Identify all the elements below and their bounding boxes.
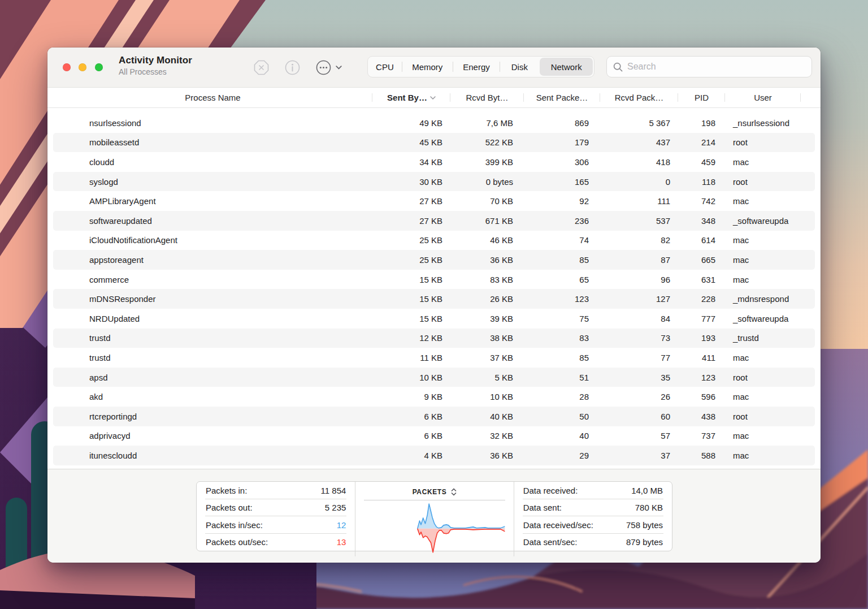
table-row[interactable]: mDNSResponder 15 KB 26 KB 123 127 228 _m… [53, 289, 815, 309]
table-row[interactable]: mobileassetd 45 KB 522 KB 179 437 214 ro… [53, 133, 815, 153]
column-header-sent-bytes[interactable]: Sent By… [372, 88, 450, 107]
search-input[interactable] [627, 62, 805, 72]
cell-sent-bytes: 6 KB [372, 412, 450, 421]
cell-rcvd-packets: 82 [600, 235, 678, 245]
cell-user: _mdnsrespond [725, 294, 815, 304]
table-row[interactable]: NRDUpdated 15 KB 39 KB 75 84 777 _softwa… [53, 309, 815, 329]
table-row[interactable]: rtcreportingd 6 KB 40 KB 50 60 438 root [53, 407, 815, 426]
zoom-button[interactable] [95, 63, 103, 71]
cell-sent-bytes: 11 KB [372, 353, 450, 362]
cell-user: _nsurlsessiond [725, 118, 815, 128]
cell-process-name: rtcreportingd [53, 412, 372, 421]
tab-energy[interactable]: Energy [453, 57, 500, 77]
tab-memory[interactable]: Memory [402, 57, 453, 77]
cell-rcvd-packets: 96 [600, 275, 678, 284]
stat-row: Data received/sec: 758 bytes [514, 516, 672, 534]
chart-metric-selector[interactable]: PACKETS [364, 486, 505, 498]
table-row[interactable]: akd 9 KB 10 KB 28 26 596 mac [53, 387, 815, 407]
cell-user: mac [725, 157, 815, 167]
table-row[interactable]: cloudd 34 KB 399 KB 306 418 459 mac [53, 152, 815, 172]
cell-rcvd-bytes: 32 KB [450, 431, 524, 440]
table-row[interactable]: trustd 11 KB 37 KB 85 77 411 mac [53, 348, 815, 368]
cell-rcvd-bytes: 0 bytes [450, 177, 524, 187]
cell-sent-bytes: 12 KB [372, 333, 450, 343]
table-row[interactable]: adprivacyd 6 KB 32 KB 40 57 737 mac [53, 426, 815, 446]
stat-label: Data received/sec: [523, 520, 593, 530]
cell-sent-packets: 123 [524, 294, 600, 304]
column-header-process-name[interactable]: Process Name [53, 88, 372, 107]
search-field [606, 56, 812, 77]
cell-sent-packets: 65 [524, 275, 600, 284]
table-row[interactable]: itunescloudd 4 KB 36 KB 29 37 588 mac [53, 446, 815, 465]
table-row[interactable]: appstoreagent 25 KB 36 KB 85 87 665 mac [53, 250, 815, 270]
cell-pid: 737 [678, 431, 725, 440]
cell-rcvd-packets: 0 [600, 177, 678, 187]
tab-cpu[interactable]: CPU [368, 57, 402, 77]
cell-pid: 588 [678, 451, 725, 460]
column-header-rcvd-bytes[interactable]: Rcvd Byt… [450, 88, 524, 107]
minimize-button[interactable] [79, 63, 86, 71]
cell-rcvd-packets: 418 [600, 157, 678, 167]
cell-process-name: nsurlsessiond [53, 118, 372, 128]
cell-sent-packets: 236 [524, 216, 600, 226]
cell-rcvd-packets: 87 [600, 255, 678, 265]
table-row[interactable]: iCloudNotificationAgent 25 KB 46 KB 74 8… [53, 231, 815, 250]
table-row[interactable]: softwareupdated 27 KB 671 KB 236 537 348… [53, 211, 815, 231]
cell-pid: 193 [678, 333, 725, 343]
more-options-button[interactable] [315, 59, 332, 76]
stat-value: 879 bytes [626, 537, 663, 547]
cell-rcvd-bytes: 83 KB [450, 275, 524, 284]
cell-rcvd-packets: 111 [600, 196, 678, 206]
cell-rcvd-packets: 60 [600, 412, 678, 421]
column-header-sent-packets[interactable]: Sent Packe… [524, 88, 600, 107]
data-stats: Data received: 14,0 MB Data sent: 780 KB… [514, 482, 672, 556]
cell-rcvd-bytes: 70 KB [450, 196, 524, 206]
cell-user: mac [725, 196, 815, 206]
quit-process-button[interactable] [253, 59, 270, 76]
table-row[interactable]: syslogd 30 KB 0 bytes 165 0 118 root [53, 172, 815, 192]
cell-process-name: appstoreagent [53, 255, 372, 265]
cell-rcvd-bytes: 522 KB [450, 137, 524, 147]
cell-sent-packets: 83 [524, 333, 600, 343]
cell-user: root [725, 412, 815, 421]
cell-sent-bytes: 15 KB [372, 275, 450, 284]
cell-pid: 438 [678, 412, 725, 421]
cell-user: mac [725, 431, 815, 440]
cell-rcvd-packets: 26 [600, 392, 678, 401]
table-row[interactable]: AMPLibraryAgent 27 KB 70 KB 92 111 742 m… [53, 191, 815, 211]
title-block: Activity Monitor All Processes [119, 55, 192, 76]
search-icon [613, 62, 623, 72]
stat-row: Data received: 14,0 MB [514, 482, 672, 499]
cell-sent-packets: 51 [524, 373, 600, 382]
cell-sent-bytes: 30 KB [372, 177, 450, 187]
column-header-rcvd-packets[interactable]: Rcvd Pack… [600, 88, 678, 107]
cell-rcvd-packets: 537 [600, 216, 678, 226]
chart-title: PACKETS [413, 488, 447, 496]
column-header-user[interactable]: User [725, 88, 801, 107]
cell-process-name: iCloudNotificationAgent [53, 235, 372, 245]
inspect-process-button[interactable] [284, 59, 301, 76]
cell-pid: 198 [678, 118, 725, 128]
tab-disk[interactable]: Disk [500, 57, 539, 77]
tab-network[interactable]: Network [540, 58, 593, 76]
table-row[interactable]: trustd 12 KB 38 KB 83 73 193 _trustd [53, 329, 815, 348]
cell-pid: 742 [678, 196, 725, 206]
cell-rcvd-bytes: 39 KB [450, 314, 524, 323]
table-row[interactable]: commerce 15 KB 83 KB 65 96 631 mac [53, 270, 815, 290]
cell-process-name: NRDUpdated [53, 314, 372, 323]
chevron-down-icon[interactable] [336, 66, 342, 70]
stats-panel: Packets in: 11 854 Packets out: 5 235 Pa… [196, 481, 672, 551]
cell-user: root [725, 177, 815, 187]
cell-process-name: itunescloudd [53, 451, 372, 460]
cell-sent-packets: 74 [524, 235, 600, 245]
close-button[interactable] [63, 63, 71, 71]
column-header-pid[interactable]: PID [678, 88, 725, 107]
cell-user: _softwareupda [725, 216, 815, 226]
table-row[interactable]: nsurlsessiond 49 KB 7,6 MB 869 5 367 198… [53, 113, 815, 133]
cell-rcvd-packets: 84 [600, 314, 678, 323]
packets-chart: PACKETS [355, 482, 513, 556]
stat-row: Packets in: 11 854 [197, 482, 355, 499]
view-tabs: CPU Memory Energy Disk Network [367, 56, 594, 77]
table-row[interactable]: apsd 10 KB 5 KB 51 35 123 root [53, 368, 815, 387]
stat-label: Data received: [523, 486, 578, 495]
